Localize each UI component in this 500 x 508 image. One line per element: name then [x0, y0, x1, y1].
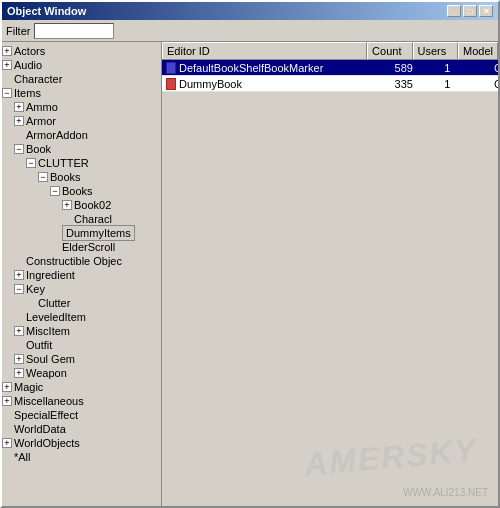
tree-expander-clutter[interactable]: − — [26, 158, 36, 168]
tree-item-character[interactable]: Character — [2, 72, 161, 86]
tree-item-magic[interactable]: +Magic — [2, 380, 161, 394]
tree-label-armor: Armor — [26, 114, 56, 128]
minimize-button[interactable]: _ — [447, 5, 461, 17]
tree-item-all[interactable]: *All — [2, 450, 161, 464]
tree-expander-ingredient[interactable]: + — [14, 270, 24, 280]
tree-item-weapon[interactable]: +Weapon — [2, 366, 161, 380]
tree-item-books2[interactable]: −Books — [2, 184, 161, 198]
tree-item-ammo[interactable]: +Ammo — [2, 100, 161, 114]
tree-label-clutter: CLUTTER — [38, 156, 89, 170]
tree-expander-actors[interactable]: + — [2, 46, 12, 56]
tree-item-audio[interactable]: +Audio — [2, 58, 161, 72]
tree-expander-worldobjects[interactable]: + — [2, 438, 12, 448]
tree-label-miscellaneous: Miscellaneous — [14, 394, 84, 408]
tree-expander-key[interactable]: − — [14, 284, 24, 294]
tree-item-worlddata[interactable]: WorldData — [2, 422, 161, 436]
tree-item-outfit[interactable]: Outfit — [2, 338, 161, 352]
cell-users-2: 1 — [440, 76, 490, 91]
tree-label-characl: Characl — [74, 212, 112, 226]
tree-item-dummyitems[interactable]: DummyItems — [2, 226, 161, 240]
tree-label-ammo: Ammo — [26, 100, 58, 114]
table-row[interactable]: DummyBook3351Clutter\D — [162, 76, 498, 92]
tree-item-armor[interactable]: +Armor — [2, 114, 161, 128]
tree-item-miscellaneous[interactable]: +Miscellaneous — [2, 394, 161, 408]
title-bar: Object Window _ □ ✕ — [2, 2, 498, 20]
table-panel: Editor ID Count Users Model DefaultBookS… — [162, 42, 498, 506]
tree-expander-book[interactable]: − — [14, 144, 24, 154]
tree-label-book: Book — [26, 142, 51, 156]
tree-item-book02[interactable]: +Book02 — [2, 198, 161, 212]
tree-item-book[interactable]: −Book — [2, 142, 161, 156]
tree-label-items: Items — [14, 86, 41, 100]
tree-expander-magic[interactable]: + — [2, 382, 12, 392]
tree-item-books1[interactable]: −Books — [2, 170, 161, 184]
tree-item-items[interactable]: −Items — [2, 86, 161, 100]
col-header-users[interactable]: Users — [413, 42, 458, 59]
tree-item-armoraddon[interactable]: ArmorAddon — [2, 128, 161, 142]
tree-item-leveleditem[interactable]: LeveledItem — [2, 310, 161, 324]
tree-label-elderscroll: ElderScroll — [62, 240, 115, 254]
row-icon-2 — [166, 78, 176, 90]
title-bar-buttons: _ □ ✕ — [447, 5, 493, 17]
tree-label-key: Key — [26, 282, 45, 296]
tree-expander-audio[interactable]: + — [2, 60, 12, 70]
tree-item-elderscroll[interactable]: ElderScroll — [2, 240, 161, 254]
tree-label-worlddata: WorldData — [14, 422, 66, 436]
tree-spacer-characl — [62, 214, 72, 224]
cell-editor-1: DefaultBookShelfBookMarker — [162, 60, 391, 75]
col-header-model[interactable]: Model — [458, 42, 498, 59]
tree-label-miscitem: MiscItem — [26, 324, 70, 338]
tree-panel: +Actors+AudioCharacter−Items+Ammo+ArmorA… — [2, 42, 162, 506]
tree-expander-ammo[interactable]: + — [14, 102, 24, 112]
tree-expander-book02[interactable]: + — [62, 200, 72, 210]
tree-label-all: *All — [14, 450, 31, 464]
tree-item-actors[interactable]: +Actors — [2, 44, 161, 58]
tree-label-dummyitems: DummyItems — [62, 225, 135, 241]
tree-item-specialeffect[interactable]: SpecialEffect — [2, 408, 161, 422]
tree-item-constructible[interactable]: Constructible Objec — [2, 254, 161, 268]
tree-item-characl[interactable]: Characl — [2, 212, 161, 226]
tree-label-leveleditem: LeveledItem — [26, 310, 86, 324]
tree-spacer-elderscroll — [50, 242, 60, 252]
tree-expander-miscitem[interactable]: + — [14, 326, 24, 336]
col-header-editor[interactable]: Editor ID — [162, 42, 367, 59]
tree-item-miscitem[interactable]: +MiscItem — [2, 324, 161, 338]
cell-count-1: 589 — [391, 60, 441, 75]
tree-spacer-dummyitems — [50, 228, 60, 238]
tree-expander-armor[interactable]: + — [14, 116, 24, 126]
close-button[interactable]: ✕ — [479, 5, 493, 17]
tree-spacer-all — [2, 452, 12, 462]
tree-expander-items[interactable]: − — [2, 88, 12, 98]
filter-input[interactable] — [34, 23, 114, 39]
tree-expander-soulgem[interactable]: + — [14, 354, 24, 364]
table-row[interactable]: DefaultBookShelfBookMarker5891Clutter\D — [162, 60, 498, 76]
tree-expander-miscellaneous[interactable]: + — [2, 396, 12, 406]
tree-item-ingredient[interactable]: +Ingredient — [2, 268, 161, 282]
main-area: +Actors+AudioCharacter−Items+Ammo+ArmorA… — [2, 42, 498, 506]
tree-item-key[interactable]: −Key — [2, 282, 161, 296]
col-header-count[interactable]: Count — [367, 42, 412, 59]
tree-item-soulgem[interactable]: +Soul Gem — [2, 352, 161, 366]
table-header: Editor ID Count Users Model — [162, 42, 498, 60]
tree-label-character: Character — [14, 72, 62, 86]
tree-label-clutter2: Clutter — [38, 296, 70, 310]
tree-label-audio: Audio — [14, 58, 42, 72]
tree-label-actors: Actors — [14, 44, 45, 58]
tree-item-clutter2[interactable]: Clutter — [2, 296, 161, 310]
row-icon-1 — [166, 62, 176, 74]
tree-expander-books1[interactable]: − — [38, 172, 48, 182]
table-body: DefaultBookShelfBookMarker5891Clutter\DD… — [162, 60, 498, 506]
tree-label-weapon: Weapon — [26, 366, 67, 380]
cell-editor-text-2: DummyBook — [179, 76, 242, 91]
tree-spacer-outfit — [14, 340, 24, 350]
tree-expander-weapon[interactable]: + — [14, 368, 24, 378]
cell-users-1: 1 — [440, 60, 490, 75]
tree-item-clutter[interactable]: −CLUTTER — [2, 156, 161, 170]
tree-label-soulgem: Soul Gem — [26, 352, 75, 366]
tree-expander-books2[interactable]: − — [50, 186, 60, 196]
tree-spacer-leveleditem — [14, 312, 24, 322]
tree-label-magic: Magic — [14, 380, 43, 394]
tree-label-outfit: Outfit — [26, 338, 52, 352]
maximize-button[interactable]: □ — [463, 5, 477, 17]
tree-item-worldobjects[interactable]: +WorldObjects — [2, 436, 161, 450]
